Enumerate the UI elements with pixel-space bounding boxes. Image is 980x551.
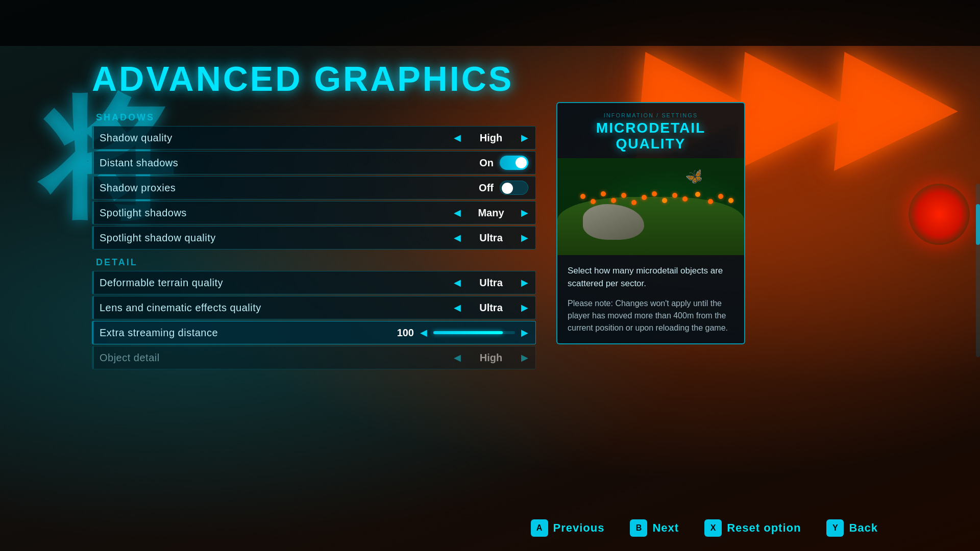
arrow-left-extra-streaming[interactable]: ◀ xyxy=(420,327,427,338)
slider-extra-streaming: 100 ◀ ▶ xyxy=(393,327,528,339)
scrollbar-thumb[interactable] xyxy=(976,204,980,245)
setting-shadow-quality[interactable]: Shadow quality ◀ High ▶ xyxy=(92,126,536,149)
toggle-label-distant-shadows: On xyxy=(473,157,494,169)
arrow-left-shadow-quality[interactable]: ◀ xyxy=(454,132,461,143)
back-label: Back xyxy=(849,521,878,535)
setting-value-lens-cinematic: Ultra xyxy=(468,302,514,314)
toggle-switch-shadow-proxies[interactable] xyxy=(500,181,528,195)
arrow-left-spotlight-shadows[interactable]: ◀ xyxy=(454,207,461,218)
toggle-knob-shadow-proxies xyxy=(502,183,513,194)
setting-name-lens-cinematic: Lens and cinematic effects quality xyxy=(100,302,454,314)
flower-10 xyxy=(672,193,677,198)
arrow-left-spotlight-shadow-quality[interactable]: ◀ xyxy=(454,232,461,243)
info-card-image: 🦋 xyxy=(557,158,744,255)
slider-track-extra-streaming[interactable] xyxy=(433,331,515,334)
arrow-left-lens-cinematic[interactable]: ◀ xyxy=(454,302,461,313)
flower-4 xyxy=(611,198,616,203)
toggle-shadow-proxies: Off xyxy=(473,181,528,195)
arrow-right-lens-cinematic[interactable]: ▶ xyxy=(521,302,528,313)
info-card: INFORMATION / SETTINGS MICRODETAIL QUALI… xyxy=(556,102,745,344)
flower-12 xyxy=(695,192,700,197)
flower-1 xyxy=(580,194,585,199)
bottom-nav: A Previous B Next X Reset option Y Back xyxy=(0,505,980,551)
previous-icon: A xyxy=(531,519,548,537)
setting-name-spotlight-shadow-quality: Spotlight shadow quality xyxy=(100,232,454,244)
previous-label: Previous xyxy=(553,521,605,535)
setting-name-shadow-quality: Shadow quality xyxy=(100,132,454,144)
setting-deformable-terrain[interactable]: Deformable terrain quality ◀ Ultra ▶ xyxy=(92,271,536,294)
setting-name-object-detail: Object detail xyxy=(100,352,454,364)
info-card-header: INFORMATION / SETTINGS MICRODETAIL QUALI… xyxy=(557,103,744,158)
left-panel: ADVANCED GRAPHICS SHADOWS Shadow quality… xyxy=(92,61,536,371)
toggle-label-shadow-proxies: Off xyxy=(473,182,494,194)
setting-distant-shadows[interactable]: Distant shadows On xyxy=(92,151,536,174)
flower-11 xyxy=(682,196,688,202)
flower-15 xyxy=(728,198,733,203)
slider-fill-extra-streaming xyxy=(433,331,503,334)
setting-control-object-detail: ◀ High ▶ xyxy=(454,352,528,364)
flower-7 xyxy=(642,195,647,200)
flower-9 xyxy=(662,198,667,203)
reset-label: Reset option xyxy=(727,521,801,535)
setting-name-spotlight-shadows: Spotlight shadows xyxy=(100,207,454,219)
setting-name-distant-shadows: Distant shadows xyxy=(100,157,473,169)
flower-14 xyxy=(718,194,723,199)
section-detail-label: DETAIL xyxy=(96,257,536,268)
setting-value-deformable-terrain: Ultra xyxy=(468,277,514,289)
arrow-right-object-detail[interactable]: ▶ xyxy=(521,352,528,363)
reset-icon: X xyxy=(704,519,722,537)
butterfly: 🦋 xyxy=(683,166,705,187)
setting-lens-cinematic[interactable]: Lens and cinematic effects quality ◀ Ult… xyxy=(92,296,536,319)
arrow-left-deformable-terrain[interactable]: ◀ xyxy=(454,277,461,288)
setting-control-deformable-terrain: ◀ Ultra ▶ xyxy=(454,277,528,289)
info-card-title: MICRODETAIL QUALITY xyxy=(568,120,734,152)
setting-control-spotlight-shadows: ◀ Many ▶ xyxy=(454,207,528,219)
setting-control-lens-cinematic: ◀ Ultra ▶ xyxy=(454,302,528,314)
setting-control-spotlight-shadow-quality: ◀ Ultra ▶ xyxy=(454,232,528,244)
arrow-right-shadow-quality[interactable]: ▶ xyxy=(521,132,528,143)
setting-value-spotlight-shadows: Many xyxy=(468,207,514,219)
setting-spotlight-shadow-quality[interactable]: Spotlight shadow quality ◀ Ultra ▶ xyxy=(92,226,536,249)
back-button[interactable]: Y Back xyxy=(826,519,878,537)
arrow-right-spotlight-shadow-quality[interactable]: ▶ xyxy=(521,232,528,243)
slider-value-extra-streaming: 100 xyxy=(393,327,414,339)
toggle-knob-distant-shadows xyxy=(516,157,527,168)
flower-6 xyxy=(631,200,636,205)
info-card-body: Select how many microdetail objects are … xyxy=(557,255,744,343)
setting-name-extra-streaming: Extra streaming distance xyxy=(100,327,393,339)
flower-2 xyxy=(591,199,596,204)
setting-value-object-detail: High xyxy=(468,352,514,364)
next-icon: B xyxy=(630,519,647,537)
next-button[interactable]: B Next xyxy=(630,519,679,537)
main-content: ADVANCED GRAPHICS SHADOWS Shadow quality… xyxy=(0,46,980,505)
previous-button[interactable]: A Previous xyxy=(531,519,605,537)
flowers xyxy=(573,189,729,219)
setting-spotlight-shadows[interactable]: Spotlight shadows ◀ Many ▶ xyxy=(92,201,536,224)
scrollbar-track xyxy=(976,184,980,357)
arrow-right-extra-streaming[interactable]: ▶ xyxy=(521,327,528,338)
reset-button[interactable]: X Reset option xyxy=(704,519,801,537)
info-card-category: INFORMATION / SETTINGS xyxy=(568,112,734,118)
setting-value-shadow-quality: High xyxy=(468,132,514,144)
setting-extra-streaming[interactable]: Extra streaming distance 100 ◀ ▶ xyxy=(92,321,536,344)
page-title: ADVANCED GRAPHICS xyxy=(92,61,536,96)
next-label: Next xyxy=(652,521,679,535)
flower-3 xyxy=(601,191,606,196)
grass-scene: 🦋 xyxy=(557,158,744,255)
flower-13 xyxy=(708,199,713,204)
flower-5 xyxy=(621,193,626,198)
arrow-left-object-detail[interactable]: ◀ xyxy=(454,352,461,363)
toggle-distant-shadows: On xyxy=(473,156,528,170)
arrow-right-deformable-terrain[interactable]: ▶ xyxy=(521,277,528,288)
setting-object-detail[interactable]: Object detail ◀ High ▶ xyxy=(92,346,536,369)
back-icon: Y xyxy=(826,519,844,537)
info-note: Please note: Changes won't apply until t… xyxy=(568,297,734,334)
toggle-switch-distant-shadows[interactable] xyxy=(500,156,528,170)
info-description: Select how many microdetail objects are … xyxy=(568,264,734,290)
setting-control-shadow-quality: ◀ High ▶ xyxy=(454,132,528,144)
setting-value-spotlight-shadow-quality: Ultra xyxy=(468,232,514,244)
arrow-right-spotlight-shadows[interactable]: ▶ xyxy=(521,207,528,218)
setting-name-shadow-proxies: Shadow proxies xyxy=(100,182,473,194)
setting-shadow-proxies[interactable]: Shadow proxies Off xyxy=(92,176,536,199)
top-bar xyxy=(0,0,980,46)
